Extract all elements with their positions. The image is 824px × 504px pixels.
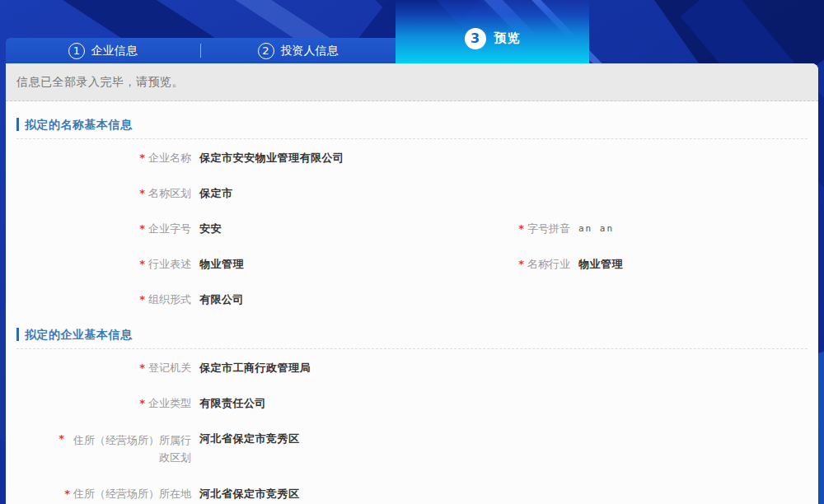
field-organization-form: *组织形式 有限公司 bbox=[16, 292, 808, 307]
required-marker: * bbox=[139, 222, 145, 235]
field-label-box: *企业名称 bbox=[16, 151, 191, 166]
field-value: 有限公司 bbox=[199, 292, 244, 307]
field-name-division: *名称区划 保定市 bbox=[16, 186, 808, 201]
field-row: *行业表述 物业管理 *名称行业 物业管理 bbox=[16, 257, 808, 272]
field-label: 登记机关 bbox=[148, 362, 191, 374]
field-label-box: *住所（经营场所）所属行政区划 bbox=[16, 432, 191, 466]
required-marker: * bbox=[139, 293, 145, 306]
required-marker: * bbox=[139, 397, 145, 409]
field-label-box: *住所（经营场所）所在地 bbox=[16, 487, 191, 502]
field-label-box: *行业表述 bbox=[16, 257, 191, 272]
field-label-box: *字号拼音 bbox=[517, 222, 570, 236]
field-label: 企业字号 bbox=[148, 222, 191, 235]
section-header: 拟定的名称基本信息 bbox=[16, 118, 808, 139]
field-row: *住所（经营场所）所在地 河北省保定市竞秀区 bbox=[16, 487, 808, 502]
field-name-industry: *名称行业 物业管理 bbox=[517, 257, 623, 272]
required-marker: * bbox=[64, 488, 70, 500]
field-row: *组织形式 有限公司 bbox=[16, 292, 808, 307]
step-1-badge: 1 bbox=[68, 43, 85, 59]
notice-text: 信息已全部录入完毕，请预览。 bbox=[16, 75, 184, 88]
field-row: *住所（经营场所）所属行政区划 河北省保定市竞秀区 bbox=[16, 432, 808, 466]
field-value: 物业管理 bbox=[199, 257, 244, 272]
required-marker: * bbox=[139, 152, 145, 164]
field-label: 住所（经营场所）所属行政区划 bbox=[68, 432, 191, 466]
field-value: 河北省保定市竞秀区 bbox=[199, 432, 300, 446]
section-title: 拟定的名称基本信息 bbox=[16, 118, 808, 131]
field-registration-authority: *登记机关 保定市工商行政管理局 bbox=[16, 361, 808, 376]
field-label: 字号拼音 bbox=[527, 222, 570, 235]
field-value: 保定市工商行政管理局 bbox=[199, 361, 311, 376]
field-trade-name-pinyin: *字号拼音 an an bbox=[517, 222, 614, 236]
tab-preview[interactable]: 3 预览 bbox=[396, 0, 589, 63]
field-rows: *登记机关 保定市工商行政管理局 *企业类型 有限责任公司 *住所（经营场所）所… bbox=[16, 361, 808, 502]
field-label: 组织形式 bbox=[148, 293, 191, 306]
field-label: 企业名称 bbox=[148, 152, 191, 164]
field-value: 物业管理 bbox=[578, 257, 623, 272]
field-label: 企业类型 bbox=[148, 397, 191, 409]
field-enterprise-type: *企业类型 有限责任公司 bbox=[16, 396, 808, 411]
field-address-location: *住所（经营场所）所在地 河北省保定市竞秀区 bbox=[16, 487, 808, 502]
field-address-admin-division: *住所（经营场所）所属行政区划 河北省保定市竞秀区 bbox=[16, 432, 808, 466]
step-2-badge: 2 bbox=[258, 43, 274, 59]
notice-bar: 信息已全部录入完毕，请预览。 bbox=[6, 63, 818, 101]
field-row: *企业名称 保定市安安物业管理有限公司 bbox=[16, 151, 808, 166]
field-label-box: *企业类型 bbox=[16, 396, 191, 411]
required-marker: * bbox=[59, 432, 64, 445]
field-value: 保定市 bbox=[199, 186, 233, 201]
tab-investor-info[interactable]: 2 投资人信息 bbox=[201, 38, 396, 63]
field-row: *登记机关 保定市工商行政管理局 bbox=[16, 361, 808, 376]
field-label: 名称区划 bbox=[148, 187, 191, 199]
field-label-box: *名称行业 bbox=[517, 257, 570, 272]
field-value: an an bbox=[578, 222, 614, 236]
tab-investor-info-label: 投资人信息 bbox=[281, 44, 339, 58]
section-name-info: 拟定的名称基本信息 *企业名称 保定市安安物业管理有限公司 *名称区划 保定市 … bbox=[16, 118, 808, 307]
required-marker: * bbox=[139, 258, 145, 270]
field-row: *企业类型 有限责任公司 bbox=[16, 396, 808, 411]
field-trade-name: *企业字号 安安 bbox=[16, 222, 808, 236]
field-rows: *企业名称 保定市安安物业管理有限公司 *名称区划 保定市 *企业字号 安安 *… bbox=[16, 151, 808, 307]
required-marker: * bbox=[518, 222, 524, 235]
field-industry-description: *行业表述 物业管理 bbox=[16, 257, 808, 272]
field-label: 行业表述 bbox=[148, 258, 191, 270]
tab-enterprise-info-label: 企业信息 bbox=[91, 44, 138, 58]
field-row: *企业字号 安安 *字号拼音 an an bbox=[16, 222, 808, 236]
field-row: *名称区划 保定市 bbox=[16, 186, 808, 201]
field-value: 有限责任公司 bbox=[199, 396, 266, 411]
field-label-box: *组织形式 bbox=[16, 292, 191, 307]
field-value: 保定市安安物业管理有限公司 bbox=[199, 151, 344, 166]
section-enterprise-info: 拟定的企业基本信息 *登记机关 保定市工商行政管理局 *企业类型 有限责任公司 … bbox=[16, 328, 808, 502]
tab-enterprise-info[interactable]: 1 企业信息 bbox=[6, 38, 200, 63]
required-marker: * bbox=[139, 362, 145, 374]
field-label-box: *企业字号 bbox=[16, 222, 191, 236]
field-value: 河北省保定市竞秀区 bbox=[199, 487, 300, 502]
required-marker: * bbox=[139, 187, 145, 199]
step-3-badge: 3 bbox=[465, 28, 486, 49]
section-title: 拟定的企业基本信息 bbox=[16, 328, 808, 341]
preview-panel: 信息已全部录入完毕，请预览。 拟定的名称基本信息 *企业名称 保定市安安物业管理… bbox=[6, 63, 818, 504]
section-header: 拟定的企业基本信息 bbox=[16, 328, 808, 349]
field-label-box: *登记机关 bbox=[16, 361, 191, 376]
field-value: 安安 bbox=[199, 222, 222, 236]
field-label: 名称行业 bbox=[527, 258, 570, 270]
field-label-box: *名称区划 bbox=[16, 186, 191, 201]
field-label: 住所（经营场所）所在地 bbox=[73, 488, 191, 500]
required-marker: * bbox=[518, 258, 524, 270]
tab-preview-label: 预览 bbox=[494, 30, 521, 46]
field-enterprise-name: *企业名称 保定市安安物业管理有限公司 bbox=[16, 151, 808, 166]
